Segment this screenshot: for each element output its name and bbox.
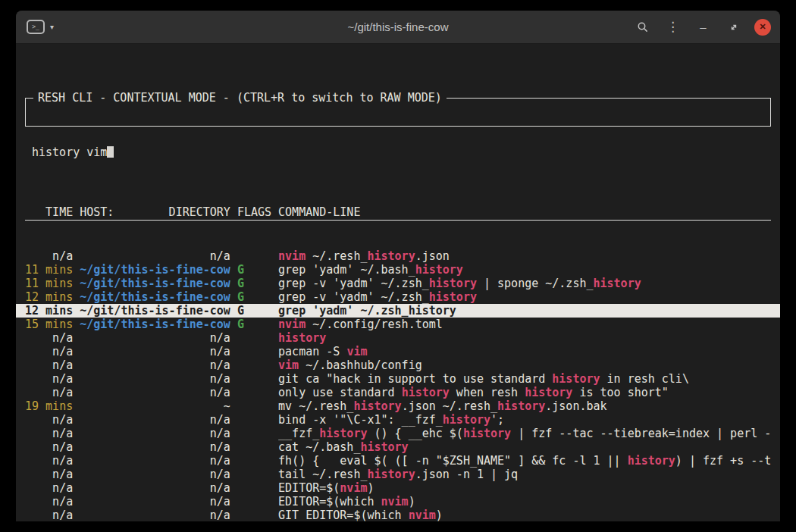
row-flags: [237, 440, 271, 454]
match-highlight: history: [429, 277, 477, 290]
history-row[interactable]: 12 mins~/git/this-is-fine-cowGgrep -v 'y…: [25, 290, 771, 304]
row-command: __fzf_history () { __ehc $(history | fzf…: [278, 427, 771, 440]
row-time: n/a: [25, 249, 73, 263]
row-host-directory: n/a: [80, 358, 230, 372]
row-host-directory: n/a: [80, 427, 230, 440]
row-flags: [237, 454, 271, 468]
match-highlight: nvim: [278, 318, 306, 331]
history-row[interactable]: 19 mins~mv ~/.resh_history.json ~/.resh_…: [25, 399, 771, 413]
history-row[interactable]: 11 mins~/git/this-is-fine-cowGgrep -v 'y…: [25, 277, 771, 290]
history-row[interactable]: n/an/a__fzf_history () { __ehc $(history…: [25, 427, 771, 440]
row-host-directory: n/a: [80, 345, 230, 358]
row-time: 12 mins: [25, 304, 73, 318]
minimize-button[interactable]: –: [694, 17, 713, 36]
match-highlight: history: [594, 277, 641, 290]
command-text: .json -n 1 | jq: [415, 468, 518, 481]
terminal-content: RESH CLI - CONTEXTUAL MODE - (CTRL+R to …: [16, 44, 780, 521]
search-icon: [637, 21, 649, 33]
row-flags: [237, 345, 271, 358]
history-row[interactable]: n/an/acat ~/.bash_history: [25, 440, 771, 454]
command-text: ~/.bashhub/config: [299, 358, 422, 372]
match-highlight: history: [360, 440, 408, 454]
command-text: mv ~/.resh_: [278, 399, 353, 413]
row-flags: [237, 386, 271, 399]
row-host-directory: n/a: [80, 509, 230, 521]
command-text: EDITOR=$(which: [278, 495, 381, 509]
command-text: tail ~/.resh_: [278, 468, 367, 481]
history-row[interactable]: n/an/ahistory: [25, 331, 771, 345]
row-command: nvim ~/.config/resh.toml: [278, 318, 771, 331]
command-text: bind -x '"\C-x1": __fzf_: [278, 413, 443, 427]
history-row[interactable]: n/an/avim ~/.bashhub/config: [25, 358, 771, 372]
row-flags: [237, 399, 271, 413]
history-row[interactable]: n/an/aGIT_EDITOR=$(which nvim): [25, 509, 771, 521]
command-text: grep -v 'yadm' ~/.zsh_: [278, 290, 429, 304]
row-time: n/a: [25, 345, 73, 358]
match-highlight: history: [463, 427, 511, 440]
row-host-directory: n/a: [80, 372, 230, 386]
match-highlight: history: [367, 249, 415, 263]
history-table: TIME HOST: DIRECTORY FLAGS COMMAND-LINE …: [25, 167, 771, 521]
row-command: EDITOR=$(nvim): [278, 481, 771, 495]
row-host-directory: n/a: [80, 481, 230, 495]
history-row[interactable]: 11 mins~/git/this-is-fine-cowGgrep 'yadm…: [25, 263, 771, 277]
match-highlight: history: [319, 427, 367, 440]
row-flags: [237, 249, 271, 263]
history-row[interactable]: n/an/aEDITOR=$(which nvim): [25, 495, 771, 509]
row-flags: G: [237, 277, 271, 290]
history-row[interactable]: n/an/anvim ~/.resh_history.json: [25, 249, 771, 263]
restore-button[interactable]: [724, 17, 743, 36]
close-icon: ✕: [759, 22, 766, 32]
header-time: TIME: [25, 205, 73, 219]
history-row[interactable]: n/an/aonly use standard history when res…: [25, 386, 771, 399]
text-cursor: [107, 146, 114, 158]
row-command: fh() { eval $( ([ -n "$ZSH_NAME" ] && fc…: [278, 454, 771, 468]
command-text: .json.bak: [545, 399, 606, 413]
history-row[interactable]: 15 mins~/git/this-is-fine-cowGnvim ~/.co…: [25, 318, 771, 331]
command-text: .json: [415, 249, 450, 263]
match-highlight: nvim: [278, 249, 306, 263]
command-text: git ca "hack in support to use standard: [278, 372, 552, 386]
row-flags: [237, 331, 271, 345]
history-row[interactable]: n/an/atail ~/.resh_history.json -n 1 | j…: [25, 468, 771, 481]
row-time: n/a: [25, 372, 73, 386]
row-flags: G: [237, 263, 271, 277]
history-row[interactable]: n/an/afh() { eval $( ([ -n "$ZSH_NAME" ]…: [25, 454, 771, 468]
row-command: tail ~/.resh_history.json -n 1 | jq: [278, 468, 771, 481]
match-highlight: history: [415, 263, 463, 277]
row-time: n/a: [25, 495, 73, 509]
search-button[interactable]: [633, 17, 652, 36]
row-host-directory: n/a: [80, 440, 230, 454]
match-highlight: history: [525, 386, 572, 399]
row-flags: [237, 358, 271, 372]
command-text: .json ~/.resh_: [402, 399, 497, 413]
command-text: GIT_EDITOR=$(which: [278, 509, 409, 521]
row-host-directory: n/a: [80, 386, 230, 399]
history-row-selected[interactable]: 12 mins~/git/this-is-fine-cowGgrep 'yadm…: [16, 304, 780, 318]
table-header: TIME HOST: DIRECTORY FLAGS COMMAND-LINE: [25, 205, 771, 221]
search-panel: RESH CLI - CONTEXTUAL MODE - (CTRL+R to …: [25, 98, 771, 127]
menu-button[interactable]: ⋮: [663, 17, 682, 36]
close-button[interactable]: ✕: [754, 19, 771, 36]
command-text: grep -v 'yadm' ~/.zsh_: [278, 277, 429, 290]
command-text: cat ~/.bash_: [278, 440, 360, 454]
command-text: fh() { eval $( ([ -n "$ZSH_NAME" ] && fc…: [278, 454, 628, 468]
history-row[interactable]: n/an/agit ca "hack in support to use sta…: [25, 372, 771, 386]
row-flags: [237, 372, 271, 386]
row-command: bind -x '"\C-x1": __fzf_history';: [278, 413, 771, 427]
history-row[interactable]: n/an/apacman -S vim: [25, 345, 771, 358]
app-menu-button[interactable]: >_ ▾: [27, 20, 54, 34]
history-row[interactable]: n/an/abind -x '"\C-x1": __fzf_history';: [25, 413, 771, 427]
row-command: grep -v 'yadm' ~/.zsh_history: [278, 290, 771, 304]
match-highlight: history: [402, 386, 450, 399]
command-text: ~/.config/resh.toml: [306, 318, 443, 331]
row-host-directory: ~/git/this-is-fine-cow: [80, 290, 230, 304]
row-host-directory: n/a: [80, 249, 230, 263]
row-command: mv ~/.resh_history.json ~/.resh_history.…: [278, 399, 771, 413]
match-highlight: history: [497, 399, 545, 413]
row-time: n/a: [25, 331, 73, 345]
history-row[interactable]: n/an/aEDITOR=$(nvim): [25, 481, 771, 495]
search-input[interactable]: history vim: [32, 146, 764, 159]
command-text: only use standard: [278, 386, 402, 399]
row-command: GIT_EDITOR=$(which nvim): [278, 509, 771, 521]
